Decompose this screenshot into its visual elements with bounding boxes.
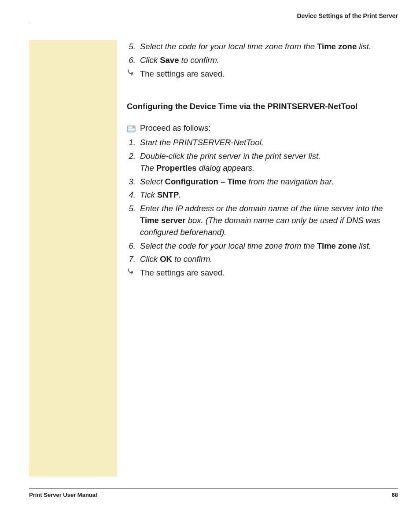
page-number: 68	[392, 492, 398, 498]
list-marker: 7.	[127, 253, 140, 265]
main-content: 5. Select the code for your local time z…	[127, 40, 398, 477]
list-item: 5. Select the code for your local time z…	[127, 41, 398, 53]
list-item: 6. Click Save to confirm.	[127, 55, 398, 66]
footer-title: Print Server User Manual	[29, 492, 97, 498]
svg-rect-2	[129, 129, 134, 130]
list-text: Tick SNTP.	[140, 189, 398, 201]
list-marker: 2.	[127, 151, 140, 174]
list-marker: 4.	[127, 189, 140, 201]
sidebar-panel	[29, 40, 117, 477]
list-item: 5. Enter the IP address or the domain na…	[127, 203, 398, 238]
list-item: 1. Start the PRINTSERVER-NetTool.	[127, 137, 398, 149]
list-text: Enter the IP address or the domain name …	[140, 203, 398, 238]
list-text: Select Configuration – Time from the nav…	[140, 176, 398, 188]
result-arrow-icon	[127, 68, 140, 80]
list-text: Select the code for your local time zone…	[140, 41, 398, 53]
list-item: 7. Click OK to confirm.	[127, 253, 398, 265]
list-marker: 1.	[127, 137, 140, 149]
section-heading: Configuring the Device Time via the PRIN…	[127, 101, 398, 113]
list-marker: 5.	[127, 203, 140, 238]
list-item: 4. Tick SNTP.	[127, 189, 398, 201]
svg-rect-1	[129, 127, 133, 128]
note-icon	[127, 125, 136, 132]
proceed-text: Proceed as follows:	[140, 122, 210, 134]
proceed-line: Proceed as follows:	[127, 122, 398, 134]
result-text: The settings are saved.	[140, 68, 398, 80]
list-text: Select the code for your local time zone…	[140, 240, 398, 252]
list-marker: 6.	[127, 240, 140, 252]
page-footer: Print Server User Manual 68	[29, 488, 398, 498]
list-marker: 3.	[127, 176, 140, 188]
result-text: The settings are saved.	[140, 267, 398, 279]
result-item: The settings are saved.	[127, 68, 398, 80]
list-item: 6. Select the code for your local time z…	[127, 240, 398, 252]
list-item: 3. Select Configuration – Time from the …	[127, 176, 398, 188]
list-marker: 5.	[127, 41, 140, 53]
list-text: Click Save to confirm.	[140, 55, 398, 66]
list-text: Start the PRINTSERVER-NetTool.	[140, 137, 398, 149]
list-text: Double-click the print server in the pri…	[140, 151, 398, 174]
list-item: 2. Double-click the print server in the …	[127, 151, 398, 174]
list-marker: 6.	[127, 55, 140, 66]
result-item: The settings are saved.	[127, 267, 398, 279]
list-text: Click OK to confirm.	[140, 253, 398, 265]
svg-point-3	[133, 126, 135, 128]
result-arrow-icon	[127, 267, 140, 279]
running-header: Device Settings of the Print Server	[29, 12, 398, 24]
